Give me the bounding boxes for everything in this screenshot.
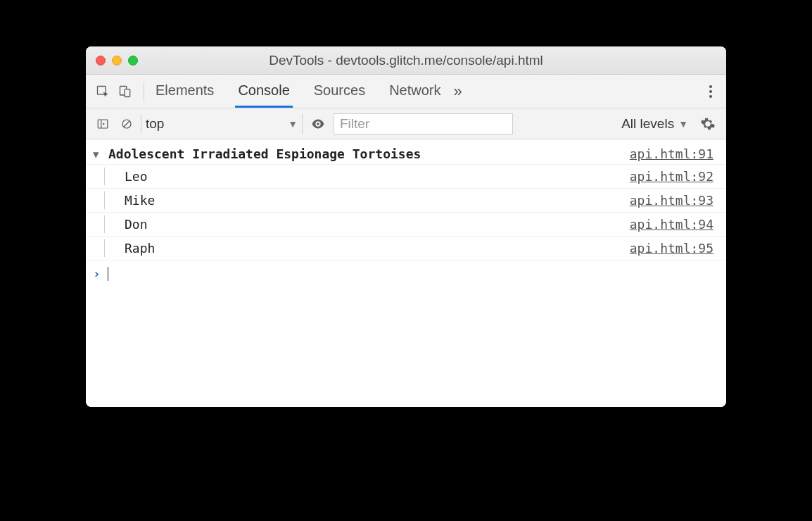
- source-link[interactable]: api.html:91: [630, 146, 713, 161]
- filter-input[interactable]: [334, 113, 513, 134]
- execution-context-selector[interactable]: top ▼: [141, 114, 303, 134]
- zoom-window-button[interactable]: [128, 56, 138, 65]
- panel-tabs: Elements Console Sources Network: [154, 75, 443, 107]
- console-log-row: Don api.html:94: [86, 213, 726, 237]
- log-text: Mike: [125, 193, 155, 208]
- console-log-row: Mike api.html:93: [86, 189, 726, 213]
- log-text: Leo: [125, 169, 148, 184]
- window-title: DevTools - devtools.glitch.me/console/ap…: [94, 53, 718, 68]
- window-controls: [96, 56, 138, 65]
- text-caret: [108, 267, 108, 281]
- titlebar: DevTools - devtools.glitch.me/console/ap…: [86, 46, 726, 75]
- tab-network[interactable]: Network: [388, 75, 442, 107]
- console-sidebar-toggle-icon[interactable]: [93, 114, 113, 134]
- devtools-menu-button[interactable]: [701, 82, 721, 101]
- divider: [144, 82, 144, 101]
- source-link[interactable]: api.html:92: [630, 169, 713, 184]
- tab-bar: Elements Console Sources Network »: [86, 75, 726, 108]
- more-tabs-button[interactable]: »: [452, 82, 464, 101]
- execution-context-value: top: [146, 116, 164, 132]
- clear-console-icon[interactable]: [117, 114, 137, 134]
- disclosure-triangle-icon[interactable]: ▼: [93, 149, 103, 160]
- console-prompt[interactable]: ›: [86, 260, 726, 287]
- source-link[interactable]: api.html:95: [630, 241, 713, 256]
- console-log-row: Leo api.html:92: [86, 165, 726, 189]
- chevron-down-icon: ▼: [288, 118, 298, 130]
- close-window-button[interactable]: [96, 56, 106, 65]
- source-link[interactable]: api.html:94: [630, 217, 713, 232]
- devtools-window: DevTools - devtools.glitch.me/console/ap…: [86, 46, 726, 407]
- group-label: Adolescent Irradiated Espionage Tortoise…: [108, 146, 421, 161]
- inspect-element-icon[interactable]: [91, 80, 114, 103]
- svg-point-5: [317, 123, 319, 125]
- svg-rect-2: [125, 89, 130, 96]
- log-levels-label: All levels: [621, 116, 674, 132]
- log-levels-selector[interactable]: All levels ▼: [617, 116, 692, 132]
- chevron-down-icon: ▼: [678, 118, 688, 130]
- console-toolbar: top ▼ All levels ▼: [86, 108, 726, 139]
- live-expression-icon[interactable]: [307, 116, 329, 132]
- device-mode-icon[interactable]: [114, 80, 137, 103]
- tab-elements[interactable]: Elements: [154, 75, 215, 107]
- prompt-chevron-icon: ›: [93, 266, 101, 281]
- source-link[interactable]: api.html:93: [630, 193, 713, 208]
- console-settings-icon[interactable]: [697, 116, 719, 132]
- console-log-row: Raph api.html:95: [86, 237, 726, 260]
- log-text: Raph: [125, 241, 155, 256]
- minimize-window-button[interactable]: [112, 56, 122, 65]
- tab-sources[interactable]: Sources: [312, 75, 367, 107]
- log-text: Don: [125, 217, 148, 232]
- tab-console[interactable]: Console: [236, 75, 291, 107]
- console-group-header[interactable]: ▼ Adolescent Irradiated Espionage Tortoi…: [86, 144, 726, 165]
- console-output: ▼ Adolescent Irradiated Espionage Tortoi…: [86, 139, 726, 407]
